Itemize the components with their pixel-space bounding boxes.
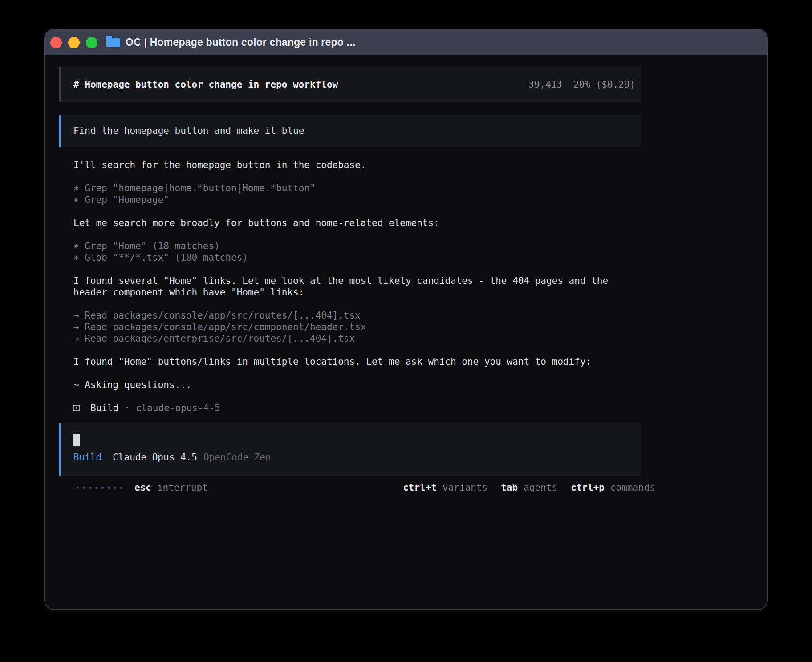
agent-badge: Build · claude-opus-4-5 <box>73 402 641 414</box>
input-agent-label: Build <box>73 452 102 463</box>
prompt-input[interactable]: Build Claude Opus 4.5 OpenCode Zen <box>59 423 641 476</box>
token-count: 39,413 <box>528 79 562 90</box>
zoom-button[interactable] <box>86 37 97 48</box>
tool-call-grep: ∗ Grep "Homepage" <box>73 194 641 206</box>
traffic-lights <box>50 37 97 48</box>
assistant-text-line: header component which have "Home" links… <box>73 287 641 298</box>
hint-commands: ctrl+p commands <box>571 482 655 493</box>
session-title: # Homepage button color change in repo w… <box>73 79 338 90</box>
progress-spinner-dots <box>77 487 122 489</box>
text-cursor <box>73 434 80 446</box>
agent-model: claude-opus-4-5 <box>136 402 220 414</box>
assistant-text-line: I found "Home" buttons/links in multiple… <box>73 356 641 367</box>
commands-label: commands <box>610 482 655 493</box>
conversation-log: I'll search for the homepage button in t… <box>73 159 641 414</box>
window-titlebar: OC | Homepage button color change in rep… <box>45 30 767 55</box>
agent-square-icon <box>73 405 80 411</box>
tool-call-grep: ∗ Grep "Home" (18 matches) <box>73 240 641 252</box>
status-bar: esc interrupt ctrl+t variants tab agents… <box>77 482 655 493</box>
context-usage: 20% ($0.29) <box>573 79 635 90</box>
keyboard-hints: ctrl+t variants tab agents ctrl+p comman… <box>403 482 655 493</box>
tool-call-grep: ∗ Grep "homepage|home.*button|Home.*butt… <box>73 182 641 194</box>
variants-label: variants <box>443 482 487 493</box>
input-provider-label: OpenCode Zen <box>203 452 271 463</box>
agents-label: agents <box>524 482 557 493</box>
separator-dot: · <box>124 402 130 414</box>
esc-key-label: interrupt <box>157 482 208 493</box>
close-button[interactable] <box>50 37 62 48</box>
tool-call-read: → Read packages/enterprise/src/routes/[.… <box>73 333 641 344</box>
status-line: ~ Asking questions... <box>73 379 641 391</box>
folder-icon <box>106 38 120 47</box>
user-message: Find the homepage button and make it blu… <box>59 115 641 147</box>
assistant-text-line: I'll search for the homepage button in t… <box>73 159 641 171</box>
ctrl-t-key: ctrl+t <box>403 482 437 493</box>
assistant-text-line: Let me search more broadly for buttons a… <box>73 217 641 229</box>
input-model-label: Claude Opus 4.5 <box>113 452 197 463</box>
agent-name: Build <box>90 402 118 414</box>
session-stats: 39,413 20% ($0.29) <box>528 79 635 90</box>
user-message-text: Find the homepage button and make it blu… <box>73 125 304 136</box>
tool-call-read: → Read packages/console/app/src/routes/[… <box>73 310 641 321</box>
minimize-button[interactable] <box>68 37 80 48</box>
ctrl-p-key: ctrl+p <box>571 482 605 493</box>
tool-call-glob: ∗ Glob "**/*.tsx" (100 matches) <box>73 252 641 263</box>
assistant-text-line: I found several "Home" links. Let me loo… <box>73 275 641 287</box>
session-header: # Homepage button color change in repo w… <box>59 67 641 102</box>
tool-call-read: → Read packages/console/app/src/componen… <box>73 321 641 333</box>
hint-agents: tab agents <box>501 482 557 493</box>
tab-key: tab <box>501 482 518 493</box>
hint-variants: ctrl+t variants <box>403 482 487 493</box>
window-title: OC | Homepage button color change in rep… <box>126 37 355 48</box>
esc-key-hint: esc <box>134 482 151 493</box>
terminal-window: OC | Homepage button color change in rep… <box>44 29 768 610</box>
